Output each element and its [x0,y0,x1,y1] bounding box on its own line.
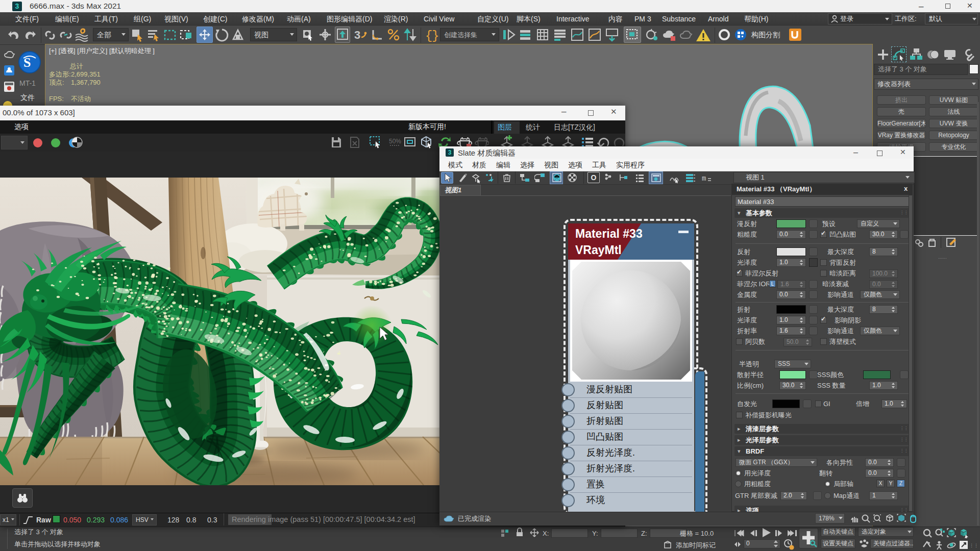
svg-text:VRayMtl: VRayMtl [575,243,622,257]
svg-text:Material #33: Material #33 [575,227,643,240]
svg-text:3: 3 [354,29,360,41]
svg-text:m: m [702,174,706,183]
svg-text:50%: 50% [389,138,401,145]
svg-text:}: } [432,29,439,42]
